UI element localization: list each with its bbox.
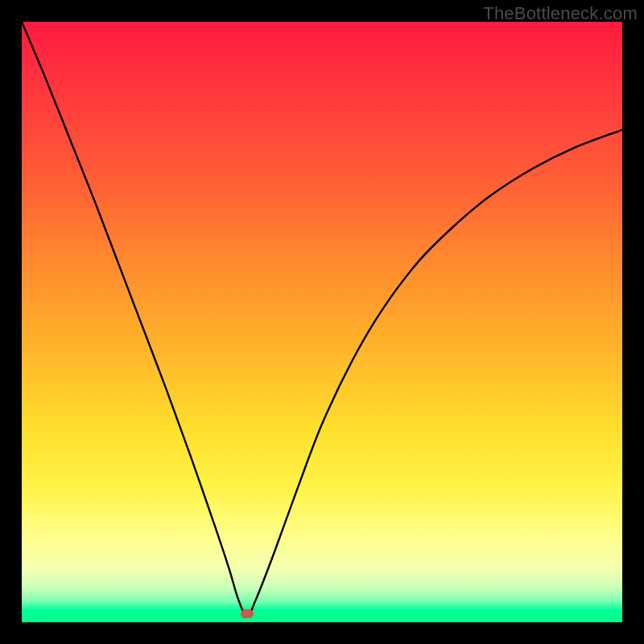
watermark-text: TheBottleneck.com — [483, 3, 638, 24]
plot-area — [22, 22, 622, 622]
bottleneck-curve — [22, 22, 622, 622]
minimum-marker — [241, 609, 254, 618]
chart-frame: TheBottleneck.com — [0, 0, 644, 644]
